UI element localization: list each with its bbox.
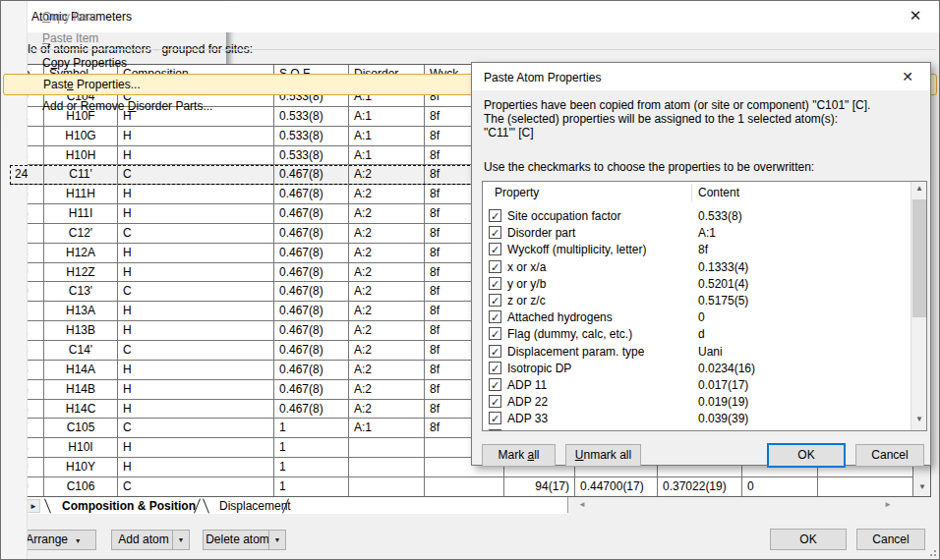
tab-scroll-right-icon[interactable]: ► bbox=[27, 499, 40, 513]
table-cell[interactable] bbox=[425, 477, 504, 496]
table-cell[interactable]: C11' bbox=[44, 165, 118, 185]
checkbox[interactable]: ✓ bbox=[489, 362, 501, 374]
table-cell[interactable]: 1 bbox=[274, 438, 349, 458]
table-row[interactable]: 40C106C194(17)0.44700(17)0.37022(19)0 bbox=[10, 477, 912, 496]
checkbox[interactable]: ✓ bbox=[489, 226, 501, 239]
table-cell[interactable]: H14B bbox=[44, 380, 118, 400]
table-cell[interactable]: 0.467(8) bbox=[274, 165, 349, 185]
tab-displacement[interactable]: Displacement bbox=[219, 499, 291, 513]
table-cell[interactable]: C106 bbox=[44, 477, 118, 496]
table-cell[interactable]: H10I bbox=[44, 438, 118, 458]
table-cell[interactable]: A:2 bbox=[349, 400, 425, 420]
table-cell[interactable]: H10Y bbox=[44, 458, 118, 477]
table-cell[interactable]: 0 bbox=[742, 477, 818, 496]
table-cell[interactable]: C bbox=[118, 419, 274, 438]
table-cell[interactable]: H11H bbox=[44, 185, 118, 204]
table-cell[interactable]: H bbox=[118, 400, 274, 420]
table-cell[interactable]: H bbox=[118, 127, 274, 146]
table-cell[interactable]: C bbox=[118, 224, 274, 244]
table-cell[interactable]: H12A bbox=[44, 244, 118, 263]
table-cell[interactable]: H13A bbox=[44, 302, 118, 321]
dialog-ok-button[interactable]: OK bbox=[767, 443, 846, 468]
table-cell[interactable]: H bbox=[118, 302, 274, 321]
tab-composition-position[interactable]: Composition & Position bbox=[62, 499, 196, 513]
checkbox[interactable]: ✓ bbox=[489, 277, 501, 290]
table-cell[interactable]: 24 bbox=[10, 165, 44, 185]
table-cell[interactable]: A:2 bbox=[349, 224, 425, 244]
table-cell[interactable]: C105 bbox=[44, 419, 118, 438]
checkbox[interactable]: ✓ bbox=[489, 294, 501, 307]
table-cell[interactable]: 1 bbox=[274, 419, 349, 438]
table-cell[interactable]: H14A bbox=[44, 361, 118, 380]
table-cell[interactable]: A:2 bbox=[349, 185, 425, 204]
table-cell[interactable]: A:1 bbox=[349, 127, 425, 146]
table-cell[interactable]: C12' bbox=[44, 224, 118, 244]
table-cell[interactable]: H bbox=[118, 244, 274, 263]
table-cell[interactable]: H13B bbox=[44, 321, 118, 341]
scroll-down-icon[interactable]: ▼ bbox=[914, 478, 930, 496]
table-cell[interactable]: A:2 bbox=[349, 244, 425, 263]
table-cell[interactable]: 0.467(8) bbox=[274, 321, 349, 341]
checkbox[interactable]: ✓ bbox=[489, 310, 501, 323]
table-cell[interactable]: 94(17) bbox=[504, 477, 575, 496]
table-cell[interactable]: A:2 bbox=[349, 165, 425, 185]
table-cell[interactable] bbox=[349, 438, 425, 458]
table-cell[interactable]: A:2 bbox=[349, 321, 425, 341]
checkbox[interactable]: ✓ bbox=[489, 209, 501, 222]
table-cell[interactable]: 0.37022(19) bbox=[658, 477, 742, 496]
table-cell[interactable]: H12Z bbox=[44, 263, 118, 283]
checkbox[interactable]: ✓ bbox=[489, 395, 501, 408]
table-cell[interactable]: A:2 bbox=[349, 263, 425, 283]
table-cell[interactable]: 0.533(8) bbox=[274, 127, 349, 146]
table-cell[interactable]: C14' bbox=[44, 341, 118, 361]
scroll-up-icon[interactable]: ▲ bbox=[911, 184, 927, 197]
table-cell[interactable]: H bbox=[118, 263, 274, 283]
chevron-down-icon[interactable]: ▼ bbox=[268, 531, 285, 549]
table-cell[interactable]: H bbox=[118, 438, 274, 458]
checkbox[interactable]: ✓ bbox=[489, 378, 501, 391]
table-cell[interactable]: 0.467(8) bbox=[274, 185, 349, 204]
scrollbar-thumb[interactable] bbox=[912, 199, 926, 317]
table-cell[interactable]: A:2 bbox=[349, 302, 425, 321]
table-cell[interactable]: C bbox=[118, 341, 274, 361]
checkbox[interactable]: ✓ bbox=[489, 412, 501, 424]
checkbox[interactable]: ✓ bbox=[489, 429, 501, 431]
table-cell[interactable]: 0.467(8) bbox=[274, 224, 349, 244]
table-cell[interactable]: H11I bbox=[44, 204, 118, 224]
dialog-close-icon[interactable]: ✕ bbox=[893, 65, 922, 88]
table-cell[interactable]: H bbox=[118, 204, 274, 224]
table-cell[interactable]: 1 bbox=[274, 458, 349, 477]
resize-grip[interactable] bbox=[926, 546, 936, 556]
checkbox[interactable]: ✓ bbox=[489, 260, 501, 273]
table-horizontal-scrollbar[interactable]: ◄ ► bbox=[567, 497, 913, 513]
table-cell[interactable]: H bbox=[118, 146, 274, 166]
table-cell[interactable]: H bbox=[118, 185, 274, 204]
table-cell[interactable]: H bbox=[118, 361, 274, 380]
table-cell[interactable]: A:1 bbox=[349, 419, 425, 438]
table-cell[interactable]: H bbox=[118, 321, 274, 341]
table-cell[interactable]: 0.467(8) bbox=[274, 244, 349, 263]
mark-all-button[interactable]: Mark all bbox=[482, 444, 556, 467]
add-atom-button[interactable]: Add atom ▼ bbox=[111, 530, 190, 550]
table-cell[interactable]: A:2 bbox=[349, 361, 425, 380]
table-cell[interactable]: C bbox=[118, 165, 274, 185]
table-cell[interactable]: 0.467(8) bbox=[274, 380, 349, 400]
checkbox[interactable]: ✓ bbox=[489, 327, 501, 340]
dialog-cancel-button[interactable]: Cancel bbox=[855, 444, 924, 467]
table-cell[interactable]: H10G bbox=[44, 127, 118, 146]
table-cell[interactable]: H bbox=[118, 458, 274, 477]
delete-atom-button[interactable]: Delete atom ▼ bbox=[203, 530, 286, 550]
table-cell[interactable]: 0.467(8) bbox=[274, 361, 349, 380]
table-cell[interactable] bbox=[349, 458, 425, 477]
table-cell[interactable]: 0.467(8) bbox=[274, 282, 349, 302]
table-cell[interactable]: A:2 bbox=[349, 204, 425, 224]
table-cell[interactable]: H14C bbox=[44, 400, 118, 420]
table-cell[interactable]: 0.467(8) bbox=[274, 341, 349, 361]
chevron-down-icon[interactable]: ▼ bbox=[172, 531, 189, 549]
scroll-down-icon[interactable]: ▼ bbox=[911, 415, 927, 428]
table-cell[interactable]: A:2 bbox=[349, 380, 425, 400]
checkbox[interactable]: ✓ bbox=[489, 243, 501, 255]
table-cell[interactable]: A:2 bbox=[349, 341, 425, 361]
table-cell[interactable]: C13' bbox=[44, 282, 118, 302]
scroll-right-icon[interactable]: ► bbox=[880, 497, 896, 513]
